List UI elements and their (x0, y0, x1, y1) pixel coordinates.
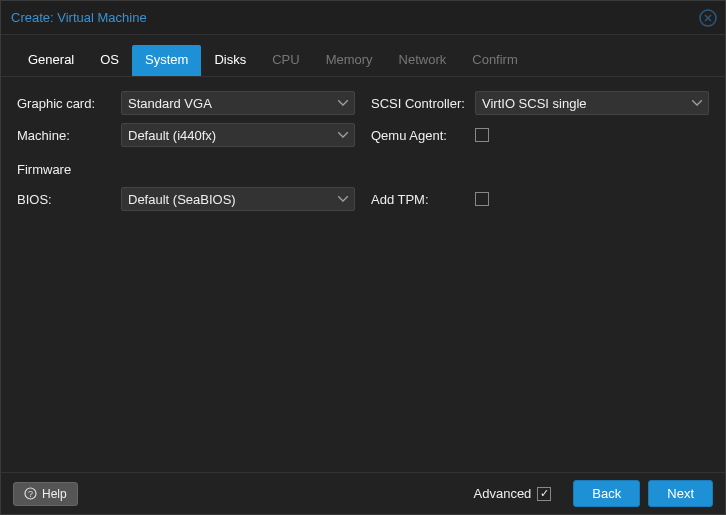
bios-select[interactable]: Default (SeaBIOS) (121, 187, 355, 211)
row-graphic-card: Graphic card: Standard VGA (17, 91, 355, 115)
chevron-down-icon (338, 196, 348, 202)
advanced-toggle[interactable]: Advanced (474, 486, 552, 501)
spacer-row (371, 155, 709, 179)
tab-memory: Memory (313, 45, 386, 76)
advanced-checkbox[interactable] (537, 487, 551, 501)
row-qemu-agent: Qemu Agent: (371, 123, 709, 147)
form-content: Graphic card: Standard VGA Machine: Defa… (1, 77, 725, 472)
row-bios: BIOS: Default (SeaBIOS) (17, 187, 355, 211)
tab-confirm: Confirm (459, 45, 531, 76)
help-icon: ? (24, 487, 37, 500)
window-title: Create: Virtual Machine (11, 10, 147, 25)
qemu-agent-checkbox[interactable] (475, 128, 489, 142)
graphic-card-label: Graphic card: (17, 96, 121, 111)
tab-strip: General OS System Disks CPU Memory Netwo… (1, 35, 725, 77)
advanced-label: Advanced (474, 486, 532, 501)
row-scsi: SCSI Controller: VirtIO SCSI single (371, 91, 709, 115)
firmware-section-label: Firmware (17, 155, 355, 179)
left-column: Graphic card: Standard VGA Machine: Defa… (17, 91, 355, 458)
dialog-window: Create: Virtual Machine General OS Syste… (0, 0, 726, 515)
back-button[interactable]: Back (573, 480, 640, 507)
add-tpm-label: Add TPM: (371, 192, 475, 207)
chevron-down-icon (338, 100, 348, 106)
tab-cpu: CPU (259, 45, 312, 76)
bios-value: Default (SeaBIOS) (128, 192, 236, 207)
next-button[interactable]: Next (648, 480, 713, 507)
tab-disks[interactable]: Disks (201, 45, 259, 76)
graphic-card-value: Standard VGA (128, 96, 212, 111)
bios-label: BIOS: (17, 192, 121, 207)
machine-value: Default (i440fx) (128, 128, 216, 143)
chevron-down-icon (338, 132, 348, 138)
close-icon[interactable] (699, 9, 717, 27)
right-column: SCSI Controller: VirtIO SCSI single Qemu… (371, 91, 709, 458)
machine-label: Machine: (17, 128, 121, 143)
machine-select[interactable]: Default (i440fx) (121, 123, 355, 147)
chevron-down-icon (692, 100, 702, 106)
tab-os[interactable]: OS (87, 45, 132, 76)
help-button[interactable]: ? Help (13, 482, 78, 506)
tab-general[interactable]: General (15, 45, 87, 76)
svg-text:?: ? (28, 489, 33, 499)
scsi-select[interactable]: VirtIO SCSI single (475, 91, 709, 115)
qemu-agent-label: Qemu Agent: (371, 128, 475, 143)
scsi-value: VirtIO SCSI single (482, 96, 587, 111)
titlebar: Create: Virtual Machine (1, 1, 725, 35)
row-add-tpm: Add TPM: (371, 187, 709, 211)
scsi-label: SCSI Controller: (371, 96, 475, 111)
footer: ? Help Advanced Back Next (1, 472, 725, 514)
help-label: Help (42, 487, 67, 501)
tab-system[interactable]: System (132, 45, 201, 76)
tab-network: Network (386, 45, 460, 76)
graphic-card-select[interactable]: Standard VGA (121, 91, 355, 115)
row-machine: Machine: Default (i440fx) (17, 123, 355, 147)
add-tpm-checkbox[interactable] (475, 192, 489, 206)
